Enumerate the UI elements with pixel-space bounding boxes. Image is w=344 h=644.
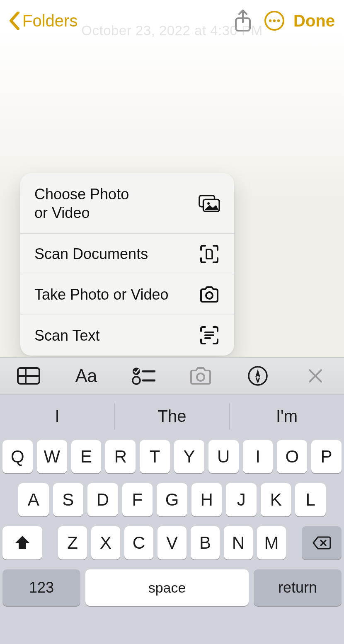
- note-timestamp: October 23, 2022 at 4:30 PM: [0, 23, 344, 39]
- key-o[interactable]: O: [277, 440, 307, 473]
- key-h[interactable]: H: [191, 483, 222, 516]
- key-x[interactable]: X: [91, 526, 120, 559]
- backspace-icon: [312, 536, 331, 550]
- scan-document-icon: [199, 243, 220, 265]
- key-j[interactable]: J: [226, 483, 257, 516]
- svg-point-8: [207, 202, 210, 205]
- key-l[interactable]: L: [295, 483, 326, 516]
- menu-item-label: Choose Photo or Video: [34, 185, 129, 222]
- key-n[interactable]: N: [224, 526, 253, 559]
- keyboard-suggestions: I The I'm: [0, 395, 344, 438]
- svg-point-5: [277, 19, 280, 22]
- svg-point-9: [206, 292, 213, 299]
- key-i[interactable]: I: [243, 440, 273, 473]
- key-u[interactable]: U: [208, 440, 239, 473]
- photo-library-icon: [199, 193, 220, 214]
- key-space[interactable]: space: [85, 569, 249, 606]
- camera-button[interactable]: [186, 364, 215, 388]
- key-t[interactable]: T: [140, 440, 170, 473]
- scan-text-icon: [199, 324, 220, 346]
- menu-item-label: Scan Text: [34, 326, 99, 345]
- key-return[interactable]: return: [254, 569, 342, 606]
- key-a[interactable]: A: [18, 483, 49, 516]
- checklist-button[interactable]: [129, 364, 158, 388]
- text-style-button[interactable]: Aa: [71, 364, 100, 388]
- key-s[interactable]: S: [53, 483, 84, 516]
- svg-point-4: [273, 19, 276, 22]
- software-keyboard: Q W E R T Y U I O P A S D F G H J K L Z …: [0, 438, 344, 644]
- key-m[interactable]: M: [257, 526, 286, 559]
- svg-point-18: [133, 377, 140, 384]
- svg-point-20: [197, 373, 204, 381]
- key-row-bottom: 123 space return: [2, 569, 342, 606]
- suggestion-2[interactable]: I'm: [229, 403, 344, 430]
- key-shift[interactable]: [2, 526, 42, 559]
- key-c[interactable]: C: [124, 526, 153, 559]
- key-q[interactable]: Q: [2, 440, 33, 473]
- menu-item-scan-documents[interactable]: Scan Documents: [20, 234, 234, 274]
- key-row-3: Z X C V B N M: [2, 526, 342, 559]
- shift-icon: [14, 535, 31, 551]
- checklist-icon: [131, 366, 155, 385]
- key-r[interactable]: R: [105, 440, 136, 473]
- aa-icon: Aa: [75, 366, 97, 386]
- key-d[interactable]: D: [87, 483, 118, 516]
- markup-button[interactable]: [243, 364, 272, 388]
- key-f[interactable]: F: [122, 483, 153, 516]
- table-button[interactable]: [14, 364, 43, 388]
- key-g[interactable]: G: [157, 483, 187, 516]
- table-icon: [17, 367, 41, 385]
- key-backspace[interactable]: [302, 526, 342, 559]
- key-e[interactable]: E: [71, 440, 102, 473]
- close-icon: [307, 368, 324, 384]
- key-numbers[interactable]: 123: [2, 569, 80, 606]
- camera-icon: [189, 366, 213, 385]
- menu-item-choose-photo[interactable]: Choose Photo or Video: [20, 173, 234, 234]
- key-v[interactable]: V: [157, 526, 187, 559]
- camera-icon: [199, 284, 220, 305]
- key-row-2: A S D F G H J K L: [2, 483, 342, 516]
- key-z[interactable]: Z: [58, 526, 87, 559]
- camera-context-menu: Choose Photo or Video Scan Documents Tak…: [20, 173, 234, 356]
- key-k[interactable]: K: [261, 483, 291, 516]
- menu-item-label: Take Photo or Video: [34, 285, 169, 304]
- markup-icon: [247, 366, 268, 386]
- svg-point-3: [269, 19, 271, 22]
- menu-item-take-photo[interactable]: Take Photo or Video: [20, 274, 234, 315]
- menu-item-label: Scan Documents: [34, 245, 148, 263]
- key-row-1: Q W E R T Y U I O P: [2, 440, 342, 473]
- key-b[interactable]: B: [191, 526, 220, 559]
- key-w[interactable]: W: [37, 440, 67, 473]
- suggestion-0[interactable]: I: [0, 403, 114, 430]
- key-p[interactable]: P: [311, 440, 342, 473]
- suggestion-1[interactable]: The: [114, 403, 229, 430]
- formatting-toolbar: Aa: [0, 357, 344, 395]
- menu-item-scan-text[interactable]: Scan Text: [20, 315, 234, 356]
- key-y[interactable]: Y: [174, 440, 204, 473]
- close-keyboard-button[interactable]: [301, 364, 330, 388]
